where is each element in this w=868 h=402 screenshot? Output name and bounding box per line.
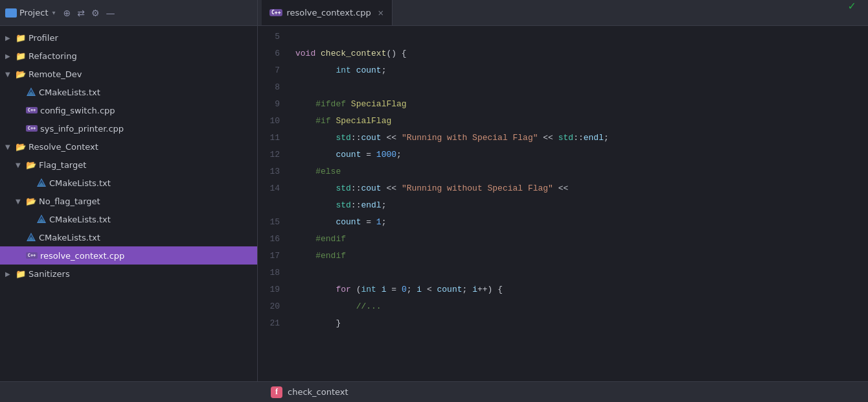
project-icon [5, 8, 17, 18]
split-icon[interactable]: ⇄ [77, 8, 85, 18]
sidebar-item-resolve_context[interactable]: ▼📂Resolve_Context [0, 137, 257, 156]
code-token [295, 197, 336, 214]
code-token: endl [584, 130, 604, 147]
cpp-file-icon: C++ [269, 9, 282, 16]
folder-icon: 📁 [16, 33, 26, 43]
sidebar-item-sys_info_printer[interactable]: C++sys_info_printer.cpp [0, 119, 257, 137]
sidebar-item-cmakelists_noflag[interactable]: CMakeLists.txt [0, 210, 257, 228]
cmake-file-icon [36, 214, 47, 224]
sidebar-item-flag_target[interactable]: ▼📂Flag_target [0, 156, 257, 174]
sidebar-item-label-refactoring: Refactoring [29, 51, 77, 61]
sidebar-item-refactoring[interactable]: ▶📁Refactoring [0, 47, 257, 65]
sidebar-item-label-flag_target: Flag_target [39, 160, 86, 170]
code-token: << [382, 130, 402, 147]
code-token: #if [295, 113, 336, 130]
code-token: #else [295, 163, 341, 180]
sidebar-item-label-cmakelists_noflag: CMakeLists.txt [49, 215, 111, 224]
code-token: std [336, 180, 350, 197]
code-token: = [361, 214, 376, 231]
code-token: void [295, 45, 315, 62]
line-number: 10 [258, 113, 280, 130]
settings-icon[interactable]: ⚙ [91, 8, 100, 18]
code-token: //... [356, 298, 382, 315]
cmake-file-icon [26, 232, 36, 242]
sidebar-item-label-cmakelists_resolve: CMakeLists.txt [39, 233, 100, 242]
tree-arrow-no_flag_target[interactable]: ▼ [16, 198, 23, 205]
tree-arrow-profiler[interactable]: ▶ [5, 34, 13, 41]
code-token: count [437, 281, 463, 298]
sidebar-item-label-config_switch: config_switch.cpp [40, 106, 115, 115]
code-token: :: [351, 130, 361, 147]
build-status-checkmark: ✓ [848, 0, 863, 25]
code-token: = [361, 147, 376, 163]
top-bar: Project ▾ ⊕ ⇄ ⚙ — C++ resolve_context.cp… [0, 0, 868, 26]
minimize-icon[interactable]: — [106, 8, 115, 18]
code-line: } [295, 315, 868, 332]
line-number [258, 197, 280, 214]
code-token: i [382, 281, 387, 298]
project-panel-header: Project ▾ ⊕ ⇄ ⚙ — [5, 0, 258, 25]
folder-icon: 📁 [16, 51, 26, 61]
sidebar-item-sanitizers[interactable]: ▶📁Sanitizers [0, 265, 257, 283]
tree-arrow-flag_target[interactable]: ▼ [16, 161, 23, 169]
sidebar-item-profiler[interactable]: ▶📁Profiler [0, 29, 257, 47]
tree-arrow-remote_dev[interactable]: ▼ [5, 71, 13, 78]
sidebar-item-label-resolve_context_cpp: resolve_context.cpp [40, 251, 124, 261]
line-number: 19 [258, 281, 280, 298]
code-line: std::endl; [295, 197, 868, 214]
sidebar-item-cmakelists_remote[interactable]: CMakeLists.txt [0, 83, 257, 101]
code-lines: ⊖void check_context() { int count; #ifde… [290, 29, 868, 379]
project-dropdown-arrow[interactable]: ▾ [52, 9, 55, 16]
tree-arrow-resolve_context[interactable]: ▼ [5, 143, 13, 150]
code-token: std [336, 130, 350, 147]
line-number: 5 [258, 29, 280, 45]
sidebar-item-remote_dev[interactable]: ▼📂Remote_Dev [0, 65, 257, 83]
sidebar-item-no_flag_target[interactable]: ▼📂No_flag_target [0, 192, 257, 210]
code-line: ⊖ std::cout << "Running without Special … [295, 180, 868, 197]
code-token: #endif [295, 231, 346, 248]
code-token: = [386, 281, 401, 298]
code-token: } [295, 315, 341, 332]
sidebar-item-label-sys_info_printer: sys_info_printer.cpp [40, 124, 124, 134]
tab-resolve-context-cpp[interactable]: C++ resolve_context.cpp × [262, 0, 393, 25]
tree-arrow-sanitizers[interactable]: ▶ [5, 270, 13, 278]
sidebar-item-cmakelists_resolve[interactable]: CMakeLists.txt [0, 228, 257, 246]
sidebar-item-label-cmakelists_flag: CMakeLists.txt [49, 178, 111, 188]
code-token: i [417, 281, 422, 298]
code-token [295, 214, 336, 231]
code-token: SpecialFlag [336, 113, 391, 130]
line-number: 6 [258, 45, 280, 62]
code-line: count = 1000; [295, 147, 868, 163]
line-number: 12 [258, 147, 280, 163]
cpp-file-icon: C++ [26, 252, 38, 259]
project-label[interactable]: Project [19, 8, 48, 18]
folder-icon: 📂 [26, 196, 36, 206]
sidebar-item-label-no_flag_target: No_flag_target [39, 196, 100, 206]
code-line [295, 29, 868, 45]
sidebar-item-cmakelists_flag[interactable]: CMakeLists.txt [0, 174, 257, 192]
code-token: std [336, 197, 350, 214]
add-icon[interactable]: ⊕ [63, 8, 71, 18]
sidebar-item-label-sanitizers: Sanitizers [29, 269, 70, 279]
code-token: << [553, 180, 568, 197]
code-token: "Running with Special Flag" [402, 130, 538, 147]
code-area[interactable]: 56789101112131415161718192021 ⊖void chec… [258, 26, 868, 381]
sidebar-item-config_switch[interactable]: C++config_switch.cpp [0, 101, 257, 119]
line-number: 18 [258, 265, 280, 281]
tab-close-button[interactable]: × [378, 8, 384, 18]
code-token: ( [351, 281, 361, 298]
code-token: count [336, 147, 361, 163]
tree-arrow-refactoring[interactable]: ▶ [5, 53, 13, 60]
code-token: count [336, 214, 361, 231]
code-token: cout [361, 180, 381, 197]
code-token: cout [361, 130, 381, 147]
sidebar-item-label-cmakelists_remote: CMakeLists.txt [39, 88, 100, 97]
line-number: 21 [258, 315, 280, 332]
code-token: :: [573, 130, 584, 147]
code-line: ⊖ count = 1; [295, 214, 868, 231]
bottom-bar-right: f check_context [263, 386, 348, 398]
code-line: #else [295, 163, 868, 180]
sidebar-item-resolve_context_cpp[interactable]: C++resolve_context.cpp [0, 246, 257, 265]
code-token: 1 [376, 214, 382, 231]
code-token: SpecialFlag [351, 96, 407, 113]
